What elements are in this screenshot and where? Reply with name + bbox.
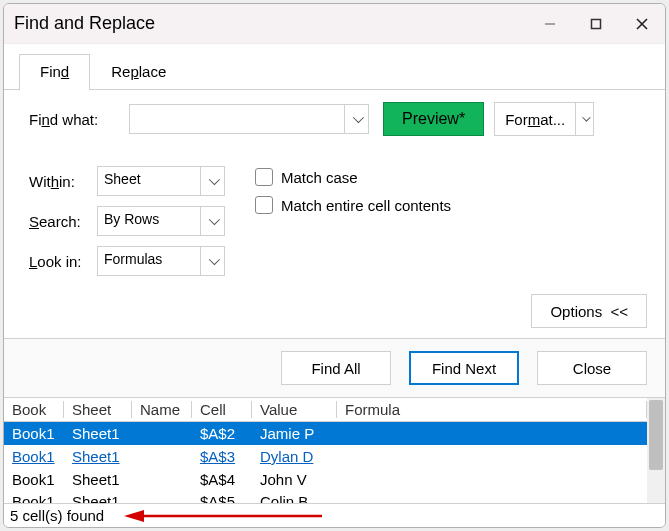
- window-title: Find and Replace: [14, 13, 527, 34]
- cell-cell: $A$4: [192, 471, 252, 488]
- find-what-input[interactable]: [129, 104, 369, 134]
- find-what-dropdown[interactable]: [344, 105, 368, 133]
- match-case-label: Match case: [281, 169, 358, 186]
- match-entire-label: Match entire cell contents: [281, 197, 451, 214]
- search-label: Search:: [29, 213, 97, 230]
- match-case-row[interactable]: Match case: [255, 168, 451, 186]
- cell-value: John V: [252, 471, 337, 488]
- look-in-dropdown[interactable]: [200, 247, 224, 275]
- results-wrap: Book Sheet Name Cell Value Formula Book1…: [4, 397, 665, 503]
- look-in-label: Look in:: [29, 253, 97, 270]
- cell-cell: $A$5: [192, 493, 252, 503]
- cell-cell: $A$2: [192, 425, 252, 442]
- format-button[interactable]: Format...: [494, 102, 594, 136]
- col-value[interactable]: Value: [252, 401, 337, 418]
- cell-value: Dylan D: [252, 448, 337, 465]
- scrollbar-thumb[interactable]: [649, 400, 663, 470]
- options-button-row: Options <<: [29, 294, 647, 328]
- within-value: Sheet: [98, 167, 200, 195]
- cell-sheet: Sheet1: [64, 448, 132, 465]
- look-in-row: Look in: Formulas: [29, 246, 225, 276]
- search-select[interactable]: By Rows: [97, 206, 225, 236]
- tab-strip: Find Replace: [4, 54, 665, 90]
- close-window-button[interactable]: [619, 4, 665, 43]
- within-dropdown[interactable]: [200, 167, 224, 195]
- results-header: Book Sheet Name Cell Value Formula: [4, 398, 647, 422]
- results-scrollbar[interactable]: [647, 398, 665, 503]
- chevron-down-icon: [582, 113, 590, 121]
- options-button[interactable]: Options <<: [531, 294, 647, 328]
- chevron-down-icon: [208, 254, 219, 265]
- window-controls: [527, 4, 665, 43]
- cell-sheet: Sheet1: [64, 425, 132, 442]
- search-dropdown[interactable]: [200, 207, 224, 235]
- options-block: Within: Sheet Search: By Rows Look in:: [29, 166, 647, 276]
- results-table[interactable]: Book Sheet Name Cell Value Formula Book1…: [4, 398, 647, 503]
- cell-book: Book1: [4, 471, 64, 488]
- chevron-down-icon: [208, 174, 219, 185]
- find-all-button[interactable]: Find All: [281, 351, 391, 385]
- tab-find[interactable]: Find: [19, 54, 90, 90]
- cell-sheet: Sheet1: [64, 471, 132, 488]
- status-text: 5 cell(s) found: [10, 507, 104, 524]
- cell-cell: $A$3: [192, 448, 252, 465]
- within-label: Within:: [29, 173, 97, 190]
- search-row: Search: By Rows: [29, 206, 225, 236]
- look-in-value: Formulas: [98, 247, 200, 275]
- col-formula[interactable]: Formula: [337, 401, 647, 418]
- results-body: Book1Sheet1$A$2Jamie PBook1Sheet1$A$3Dyl…: [4, 422, 647, 503]
- cell-sheet: Sheet1: [64, 493, 132, 503]
- table-row[interactable]: Book1Sheet1$A$4John V: [4, 468, 647, 491]
- match-case-checkbox[interactable]: [255, 168, 273, 186]
- find-replace-dialog: Find and Replace Find Replace Find what:: [3, 3, 666, 528]
- find-what-label: Find what:: [29, 111, 129, 128]
- chevron-down-icon: [352, 112, 363, 123]
- checks: Match case Match entire cell contents: [255, 166, 451, 276]
- form-body: Find what: Preview* Format... Within: Sh…: [4, 90, 665, 339]
- col-cell[interactable]: Cell: [192, 401, 252, 418]
- format-button-label: Format...: [495, 103, 575, 135]
- match-entire-checkbox[interactable]: [255, 196, 273, 214]
- chevron-down-icon: [208, 214, 219, 225]
- format-split-button[interactable]: [575, 103, 593, 135]
- search-value: By Rows: [98, 207, 200, 235]
- col-name[interactable]: Name: [132, 401, 192, 418]
- options-left: Within: Sheet Search: By Rows Look in:: [29, 166, 225, 276]
- tab-find-label: Find: [40, 63, 69, 80]
- cell-value: Colin B: [252, 493, 337, 503]
- maximize-button[interactable]: [573, 4, 619, 43]
- cell-book: Book1: [4, 493, 64, 503]
- tab-replace[interactable]: Replace: [90, 54, 187, 90]
- look-in-select[interactable]: Formulas: [97, 246, 225, 276]
- minimize-button[interactable]: [527, 4, 573, 43]
- match-entire-row[interactable]: Match entire cell contents: [255, 196, 451, 214]
- table-row[interactable]: Book1Sheet1$A$2Jamie P: [4, 422, 647, 445]
- cell-value: Jamie P: [252, 425, 337, 442]
- svg-marker-5: [124, 510, 144, 522]
- action-row: Find All Find Next Close: [4, 339, 665, 397]
- annotation-arrow: [124, 509, 324, 523]
- find-next-button[interactable]: Find Next: [409, 351, 519, 385]
- preview-button[interactable]: Preview*: [383, 102, 484, 136]
- table-row[interactable]: Book1Sheet1$A$5Colin B: [4, 491, 647, 503]
- find-what-value: [130, 105, 344, 133]
- tab-replace-label: Replace: [111, 63, 166, 80]
- col-sheet[interactable]: Sheet: [64, 401, 132, 418]
- close-button[interactable]: Close: [537, 351, 647, 385]
- cell-book: Book1: [4, 425, 64, 442]
- within-row: Within: Sheet: [29, 166, 225, 196]
- col-book[interactable]: Book: [4, 401, 64, 418]
- within-select[interactable]: Sheet: [97, 166, 225, 196]
- table-row[interactable]: Book1Sheet1$A$3Dylan D: [4, 445, 647, 468]
- status-bar: 5 cell(s) found: [4, 503, 665, 527]
- cell-book: Book1: [4, 448, 64, 465]
- find-what-row: Find what: Preview* Format...: [29, 102, 647, 136]
- title-bar: Find and Replace: [4, 4, 665, 44]
- svg-rect-1: [592, 19, 601, 28]
